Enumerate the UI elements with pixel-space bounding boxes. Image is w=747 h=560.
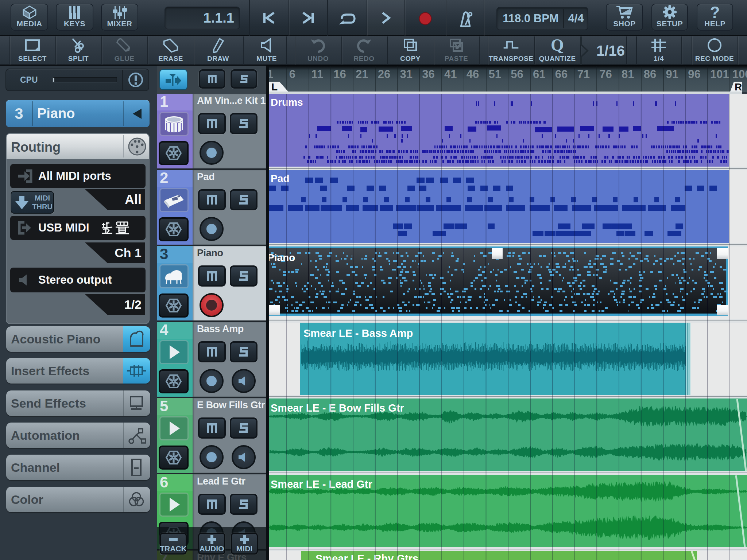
svg-text:L: L xyxy=(271,82,278,92)
svg-text:R: R xyxy=(735,82,742,92)
svg-text:Smear LE - E Bow Fills Gtr: Smear LE - E Bow Fills Gtr xyxy=(271,402,404,414)
svg-text:Smear LE - Lead Gtr: Smear LE - Lead Gtr xyxy=(271,478,372,490)
svg-text:Piano: Piano xyxy=(269,252,295,263)
svg-text:Pad: Pad xyxy=(271,173,289,184)
svg-text:Smear LE - Rhy Gtrs: Smear LE - Rhy Gtrs xyxy=(316,553,418,560)
svg-text:Drums: Drums xyxy=(271,97,303,108)
svg-text:Smear LE - Bass Amp: Smear LE - Bass Amp xyxy=(303,327,413,339)
